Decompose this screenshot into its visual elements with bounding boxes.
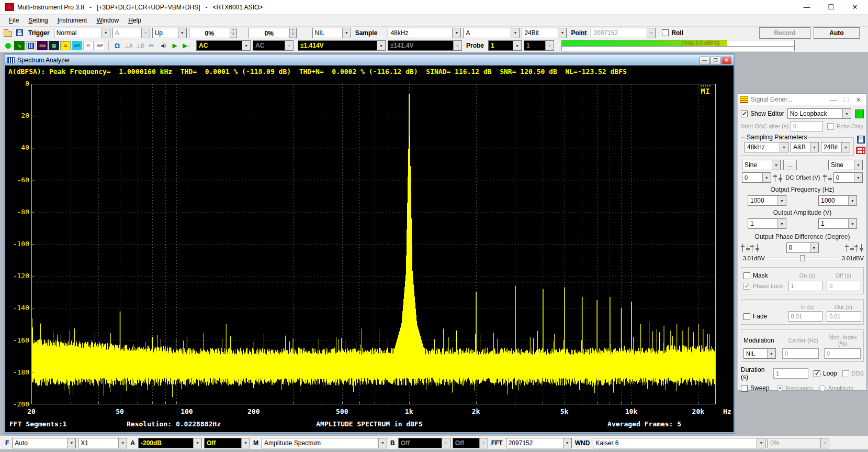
a-range-select[interactable]: -200dB▼ xyxy=(138,438,202,448)
sweep-checkbox[interactable]: Sweep xyxy=(741,384,770,392)
open-icon[interactable] xyxy=(3,28,13,38)
fader-icon[interactable] xyxy=(773,174,783,182)
fade-checkbox[interactable]: Fade xyxy=(743,313,788,320)
spectrum-window-title-bar[interactable]: Spectrum Analyzer — ❐ ✕ xyxy=(5,55,734,65)
checkbox-box[interactable] xyxy=(743,272,750,279)
device-under-test-icon[interactable]: DUT xyxy=(72,41,82,50)
siggen-close-button[interactable]: ✕ xyxy=(852,95,865,104)
fader-icon[interactable] xyxy=(750,244,760,252)
frequency-a-select[interactable]: 1000▼ xyxy=(748,195,786,206)
speaker-icon[interactable]: ◀) xyxy=(158,41,168,50)
display-mode-select[interactable]: Amplitude Spectrum▼ xyxy=(262,438,387,448)
waveform-b-select[interactable]: Sine▼ xyxy=(828,160,863,170)
trigger-level-stepper[interactable]: 0%▲▼ xyxy=(189,28,237,38)
checkbox-box[interactable] xyxy=(814,370,820,377)
mi-logo: MI xyxy=(701,85,711,95)
coupling-a-select[interactable]: AC▼ xyxy=(196,40,251,51)
gen-channels-select[interactable]: A&B▼ xyxy=(791,142,819,152)
show-editor-checkbox[interactable]: Show Editor xyxy=(741,110,784,117)
zoom-select[interactable]: X1▼ xyxy=(78,438,127,448)
waveform-library-icon[interactable] xyxy=(856,147,865,154)
spectrum-minimize-button[interactable]: — xyxy=(700,57,709,64)
menu-instrument[interactable]: Instrument xyxy=(53,15,92,26)
gen-sample-rate-select[interactable]: 48kHz▼ xyxy=(745,142,788,152)
fader-icon[interactable] xyxy=(823,174,832,182)
range-a-select[interactable]: ±1.414V▼ xyxy=(298,40,386,51)
stepper-arrows[interactable]: ▲▼ xyxy=(230,28,236,38)
checkbox-box[interactable] xyxy=(743,313,750,320)
bell-icon[interactable]: Ω xyxy=(112,41,122,50)
balance-slider[interactable] xyxy=(768,254,837,262)
output-indicator[interactable] xyxy=(855,109,864,118)
oscilloscope-icon[interactable]: ∿ xyxy=(14,41,25,50)
a-shift-select[interactable]: Off▼ xyxy=(204,438,250,448)
play-echo-icon[interactable]: ▶○ xyxy=(181,41,191,50)
trigger-delay-stepper[interactable]: 0%▲▼ xyxy=(249,28,297,38)
spectrum-analyzer-icon[interactable] xyxy=(26,41,36,50)
loop-checkbox[interactable]: Loop xyxy=(814,370,837,377)
probe-calibration-icon[interactable]: ✎ xyxy=(146,41,157,50)
auto-button[interactable]: Auto xyxy=(814,27,860,39)
run-icon[interactable] xyxy=(3,41,13,50)
freq-axis-select[interactable]: Auto▼ xyxy=(12,438,76,448)
slider-thumb[interactable] xyxy=(800,255,805,261)
stepper-arrows[interactable]: ▲▼ xyxy=(289,28,296,38)
signal-generator-icon[interactable]: ≈ xyxy=(60,41,71,50)
fader-icon[interactable] xyxy=(741,244,750,252)
more-waveform-button[interactable]: ... xyxy=(783,160,797,170)
amplitude-a-select[interactable]: 1▼ xyxy=(748,218,786,229)
spectrum-close-button[interactable]: ✕ xyxy=(722,57,731,64)
mod-index-label: Mod. Index (%) xyxy=(824,334,861,347)
x-tick-label: 20k xyxy=(687,407,708,415)
app-minimize-button[interactable]: — xyxy=(795,1,819,14)
trigger-edge-select[interactable]: Up▼ xyxy=(152,28,187,38)
chevron-down-icon: ▼ xyxy=(848,219,856,228)
fade-in-label: In (s) xyxy=(788,304,826,310)
fader-icon[interactable] xyxy=(854,244,864,252)
app-close-button[interactable]: ✕ xyxy=(843,1,867,14)
menu-setting[interactable]: Setting xyxy=(24,15,52,26)
sample-bits-select[interactable]: 24Bit▼ xyxy=(522,28,567,38)
checkbox-box[interactable] xyxy=(662,29,669,36)
loopback-select[interactable]: No Loopback▼ xyxy=(787,108,851,119)
multimeter-icon[interactable]: 888 xyxy=(37,41,48,50)
menu-help[interactable]: Help xyxy=(123,15,146,26)
app-maximize-button[interactable]: ☐ xyxy=(819,1,843,14)
spectrum-3d-plot-icon[interactable]: ≋ xyxy=(83,41,94,50)
play-icon[interactable]: ▶ xyxy=(170,41,180,50)
chevron-down-icon: ▼ xyxy=(452,28,460,38)
siggen-minimize-button[interactable]: — xyxy=(827,95,840,104)
checkbox-box[interactable] xyxy=(741,111,748,117)
fft-size-select[interactable]: 2097152▼ xyxy=(506,438,572,448)
trigger-mode-select[interactable]: Normal▼ xyxy=(54,28,110,38)
waveform-a-select[interactable]: Sine▼ xyxy=(742,160,781,170)
dc-offset-a-select[interactable]: 0▼ xyxy=(742,172,771,183)
device-test-plan-icon[interactable]: ▦ xyxy=(49,41,59,50)
trigger-source-select: A▼ xyxy=(112,28,150,38)
spectrum-maximize-button[interactable]: ❐ xyxy=(711,57,720,64)
save-waveform-icon[interactable] xyxy=(857,136,865,144)
fader-icon[interactable] xyxy=(845,244,854,252)
mask-checkbox[interactable]: Mask xyxy=(743,272,788,279)
frequency-b-select[interactable]: 1000▼ xyxy=(818,195,857,206)
gen-bits-select[interactable]: 24Bit▼ xyxy=(821,142,850,152)
menu-file[interactable]: File xyxy=(4,15,24,26)
dc-offset-b-select[interactable]: 0▼ xyxy=(833,172,863,183)
signal-generator-title-bar[interactable]: Signal Gener... — ☐ ✕ xyxy=(738,94,866,105)
y-tick-label: -20 xyxy=(6,112,29,119)
sample-channel-select[interactable]: A▼ xyxy=(463,28,520,38)
phase-select[interactable]: 0▼ xyxy=(786,242,819,253)
chevron-down-icon: ▼ xyxy=(67,438,75,448)
checkbox-box[interactable] xyxy=(741,385,748,392)
modulation-type-select[interactable]: NIL▼ xyxy=(743,348,776,359)
menu-window[interactable]: Window xyxy=(92,15,123,26)
trigger-coupling-select[interactable]: NIL▼ xyxy=(312,28,351,38)
duration-input[interactable]: 1 xyxy=(773,368,808,379)
window-function-select[interactable]: Kaiser 6▼ xyxy=(593,438,765,448)
roll-checkbox[interactable]: Roll xyxy=(662,29,683,37)
amplitude-b-select[interactable]: 1▼ xyxy=(818,218,857,229)
sample-rate-select[interactable]: 48kHz▼ xyxy=(388,28,461,38)
probe-a-select[interactable]: 1▼ xyxy=(488,40,522,51)
save-icon[interactable] xyxy=(14,28,25,38)
ddp-viewer-icon[interactable]: DDP xyxy=(95,41,105,50)
